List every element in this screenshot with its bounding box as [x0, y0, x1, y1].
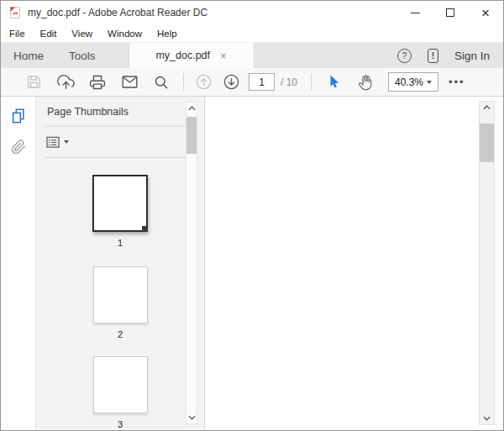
scroll-up-icon[interactable] [480, 102, 494, 113]
tab-home[interactable]: Home [1, 43, 56, 68]
next-page-button[interactable] [218, 71, 245, 93]
attachments-icon [11, 139, 26, 155]
panel-title: Page Thumbnails [47, 106, 184, 118]
panel-header: Page Thumbnails × [36, 97, 204, 126]
thumbnail-page-number: 1 [118, 238, 123, 248]
page-number-input[interactable] [249, 73, 275, 91]
menu-view[interactable]: View [64, 29, 100, 39]
page-thumbnail-3[interactable] [93, 356, 148, 413]
pdf-file-icon [8, 6, 22, 19]
page-thumbnails-icon [10, 108, 27, 124]
share-upload-button[interactable] [50, 71, 81, 93]
document-tab-label: my_doc.pdf [155, 50, 210, 61]
search-icon [153, 74, 170, 91]
menubar: File Edit View Window Help [1, 24, 503, 42]
titlebar: my_doc.pdf - Adobe Acrobat Reader DC × [1, 1, 503, 24]
previous-page-icon [195, 73, 213, 91]
next-page-icon [223, 73, 240, 91]
select-tool-button[interactable] [318, 71, 349, 93]
page-thumbnail-1[interactable] [92, 175, 148, 232]
tab-document[interactable]: my_doc.pdf × [129, 43, 255, 68]
attachments-panel-button[interactable] [11, 139, 26, 157]
panel-toolbar [36, 127, 204, 157]
zoom-level-value: 40.3% [395, 76, 423, 88]
email-icon [121, 73, 139, 91]
close-button[interactable]: × [468, 1, 503, 24]
select-tool-icon [326, 74, 342, 90]
window-title: my_doc.pdf - Adobe Acrobat Reader DC [28, 7, 207, 18]
window-body: Page Thumbnails × 1 2 [1, 97, 503, 429]
toolbar-separator [311, 73, 312, 91]
navigation-icon-strip [1, 97, 36, 429]
menu-file[interactable]: File [9, 29, 33, 39]
page-thumbnails-panel: Page Thumbnails × 1 2 [36, 97, 205, 429]
thumbnail-list: 1 2 3 [36, 158, 204, 429]
help-button[interactable]: ? [397, 49, 412, 63]
document-view[interactable] [205, 97, 503, 429]
print-button[interactable] [81, 71, 113, 93]
thumbnail-resize-handle[interactable] [142, 226, 148, 232]
maximize-icon [446, 8, 454, 17]
mobile-notification-button[interactable]: ! [428, 49, 438, 63]
scroll-up-icon[interactable] [186, 102, 197, 114]
acrobat-reader-window: { "window": { "title": "my_doc.pdf - Ado… [0, 0, 504, 431]
close-icon: × [481, 6, 490, 20]
thumbnail-options-button[interactable] [46, 136, 69, 149]
window-controls: × [397, 1, 503, 24]
thumbnail-scrollbar[interactable] [186, 102, 197, 424]
upload-cloud-icon [57, 73, 75, 91]
print-icon [89, 74, 106, 91]
save-icon [26, 74, 42, 90]
zoom-dropdown-caret-icon [427, 81, 432, 84]
maximize-button[interactable] [433, 1, 468, 24]
page-thumbnails-panel-button[interactable] [10, 108, 27, 127]
more-tools-button[interactable]: ••• [449, 76, 465, 88]
page-total-label: / 10 [281, 76, 297, 88]
tabbar-right-actions: ? ! Sign In [397, 43, 503, 68]
zoom-level-dropdown[interactable]: 40.3% [388, 72, 438, 92]
options-caret-icon [64, 140, 69, 144]
hand-tool-button[interactable] [349, 71, 381, 93]
main-toolbar: / 10 40.3% ••• [1, 68, 503, 97]
scrollbar-thumb[interactable] [186, 117, 197, 154]
mobile-device-icon: ! [432, 51, 434, 60]
page-thumbnail-2[interactable] [93, 266, 148, 323]
thumbnail-options-icon [46, 136, 60, 149]
help-icon: ? [402, 50, 407, 60]
email-button[interactable] [113, 71, 145, 93]
tab-tools[interactable]: Tools [56, 43, 108, 68]
sign-in-button[interactable]: Sign In [454, 50, 490, 62]
menu-window[interactable]: Window [100, 29, 150, 39]
document-scrollbar[interactable] [479, 101, 495, 425]
scrollbar-thumb[interactable] [480, 124, 494, 162]
menu-edit[interactable]: Edit [33, 29, 65, 39]
menu-help[interactable]: Help [150, 29, 185, 39]
minimize-icon [411, 13, 420, 13]
thumbnail-page-number: 3 [118, 419, 123, 429]
thumbnail-page-number: 2 [118, 329, 123, 339]
scroll-down-icon[interactable] [480, 413, 494, 424]
hand-tool-icon [357, 73, 375, 91]
save-button[interactable] [18, 71, 50, 93]
toolbar-separator [183, 73, 184, 91]
tab-close-icon[interactable]: × [220, 50, 227, 61]
search-button[interactable] [145, 71, 177, 93]
previous-page-button[interactable] [190, 71, 218, 93]
tab-bar: Home Tools my_doc.pdf × ? ! Sign In [1, 42, 503, 68]
scroll-down-icon[interactable] [186, 412, 197, 423]
minimize-button[interactable] [397, 1, 433, 24]
